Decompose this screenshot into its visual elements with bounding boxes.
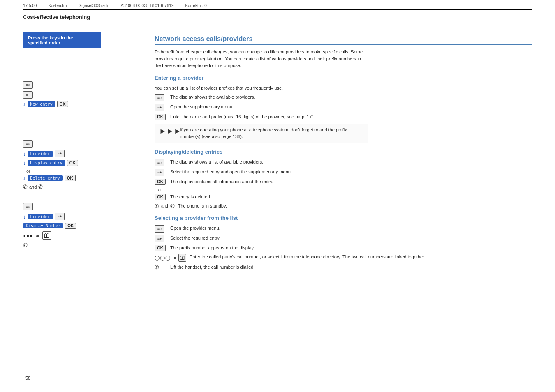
step-icon-sel5: ✆ bbox=[155, 264, 167, 270]
entering-subheading: Entering a provider bbox=[155, 75, 532, 82]
step-text-1: The display shows the available provider… bbox=[170, 94, 532, 101]
step-sel-5: ✆ Lift the handset, the call number is d… bbox=[155, 264, 532, 271]
header-product: Gigaset3035isdn bbox=[78, 3, 109, 8]
arrow-down-icon-4: ↓ bbox=[23, 175, 26, 181]
handset-icon-1: ✆ bbox=[23, 184, 28, 190]
selecting-subheading: Selecting a provider from the list bbox=[155, 215, 532, 222]
step-text-sel3: The prefix number appears on the display… bbox=[170, 244, 532, 251]
step-icon-ok1: OK bbox=[155, 113, 167, 120]
arrow-down-icon-5: ↓ bbox=[23, 214, 26, 220]
key-row-keypad: ∎∎∎ or 🕮 bbox=[23, 231, 143, 240]
provider-label-2: Provider bbox=[28, 214, 53, 219]
ok-disp3: OK bbox=[155, 179, 166, 185]
entering-left-icons: ≡○ ≡+ ↓ New entry OK bbox=[23, 81, 143, 107]
delete-entry-label: Delete entry bbox=[28, 175, 63, 181]
menu-plus-icon-3: ≡+ bbox=[55, 213, 65, 220]
intro-text: To benefit from cheaper call charges, yo… bbox=[155, 48, 368, 69]
or-label: or bbox=[158, 187, 532, 192]
step-disp-5: ✆ and ✆ The phone is in standby. bbox=[155, 203, 532, 210]
step-sel-2: ≡+ Select the required entry. bbox=[155, 235, 532, 242]
and-text: and bbox=[29, 184, 37, 189]
key-row-display-number: Display Number OK bbox=[23, 223, 143, 229]
display-entry-label: Display entry bbox=[28, 160, 65, 166]
displaying-subheading: Displaying/deleting entries bbox=[155, 149, 532, 156]
key-row-handset-lift: ✆ bbox=[23, 242, 143, 248]
ok-step3: OK bbox=[155, 114, 166, 120]
keypad-dots-icon: ◯◯◯ bbox=[155, 255, 171, 261]
handset-lift-icon: ✆ bbox=[23, 242, 28, 248]
menu-list-icon: ≡○ bbox=[23, 81, 33, 89]
section-title: Cost-effective telephoning bbox=[23, 14, 532, 22]
right-column: Network access calls/providers To benefi… bbox=[150, 28, 532, 272]
main-heading: Network access calls/providers bbox=[155, 35, 532, 45]
step-disp-4: OK The entry is deleted. bbox=[155, 194, 532, 201]
handset-lift: ✆ bbox=[155, 264, 159, 270]
key-row-delete-entry: ↓ Delete entry OK bbox=[23, 175, 143, 181]
step-text-disp3: The display contains all information abo… bbox=[170, 178, 532, 185]
ok-button-delete[interactable]: OK bbox=[65, 175, 76, 181]
step-entering-3: OK Enter the name and prefix (max. 16 di… bbox=[155, 113, 532, 120]
note-text: If you are operating your phone at a tel… bbox=[180, 127, 364, 140]
menu-icon-step2: ≡+ bbox=[155, 104, 164, 111]
header-code: A31008-G3035-B101-6-7619 bbox=[120, 3, 173, 8]
step-entering-2: ≡+ Open the supplementary menu. bbox=[155, 104, 532, 111]
header-bar: 17.5.00 Kosten.fm Gigaset3035isdn A31008… bbox=[23, 0, 532, 10]
menu-list-icon-2: ≡○ bbox=[23, 140, 33, 148]
phonebook-icon: 🕮 bbox=[178, 254, 186, 262]
step-icon-sel2: ≡+ bbox=[155, 235, 167, 242]
step-sel-1: ≡○ Open the provider menu. bbox=[155, 225, 532, 233]
blue-box-line2: specified order bbox=[28, 40, 96, 45]
step-icon-disp3: OK bbox=[155, 178, 167, 185]
arrow-down-icon-2: ↓ bbox=[23, 151, 26, 157]
arrow-down-icon: ↓ bbox=[23, 101, 26, 107]
menu-list-icon-3: ≡○ bbox=[23, 203, 33, 210]
ok-button-display-number[interactable]: OK bbox=[65, 223, 76, 229]
step-entering-1: ≡○ The display shows the available provi… bbox=[155, 94, 532, 101]
key-row-new-entry: ↓ New entry OK bbox=[23, 101, 143, 107]
key-row-handset-and: ✆ and ✆ bbox=[23, 184, 143, 190]
right-border bbox=[532, 0, 532, 392]
step-text-2: Open the supplementary menu. bbox=[170, 104, 532, 111]
step-text-sel5: Lift the handset, the call number is dia… bbox=[170, 264, 532, 271]
entering-intro: You can set up a list of provider prefix… bbox=[155, 85, 368, 92]
menu-icon-sel2: ≡+ bbox=[155, 235, 164, 242]
handset-end-disp5: ✆ bbox=[170, 203, 175, 209]
menu-icon-disp1: ≡○ bbox=[155, 159, 164, 166]
step-sel-3: OK The prefix number appears on the disp… bbox=[155, 244, 532, 251]
selecting-left-icons: ≡○ ↓ Provider ≡+ Display Number OK ∎∎∎ o… bbox=[23, 203, 143, 248]
book-icon: 🕮 bbox=[42, 231, 51, 240]
key-row-sel-menu1: ≡○ bbox=[23, 203, 143, 210]
key-row-provider1: ↓ Provider ≡+ bbox=[23, 150, 143, 157]
new-entry-label: New entry bbox=[28, 101, 56, 107]
key-row-menu2: ≡+ bbox=[23, 91, 143, 99]
or-text: or bbox=[26, 168, 143, 173]
ok-disp4: OK bbox=[155, 194, 166, 200]
header-correction: Korrektur: 0 bbox=[185, 3, 206, 8]
step-icon-disp5: ✆ and ✆ bbox=[155, 203, 175, 209]
blue-box: Press the keys in the specified order bbox=[23, 32, 101, 48]
step-icon-disp2: ≡+ bbox=[155, 168, 167, 176]
menu-icon-disp2: ≡+ bbox=[155, 169, 164, 176]
key-row-display-entry: ↓ Display entry OK bbox=[23, 160, 143, 166]
key-row-provider2: ↓ Provider ≡+ bbox=[23, 213, 143, 220]
step-disp-2: ≡+ Select the required entry and open th… bbox=[155, 168, 532, 176]
step-disp-3: OK The display contains all information … bbox=[155, 178, 532, 185]
header-file: Kosten.fm bbox=[48, 3, 67, 8]
handset-icon-disp5: ✆ bbox=[155, 203, 159, 209]
ok-button-new-entry[interactable]: OK bbox=[57, 101, 68, 107]
step-icon-disp4: OK bbox=[155, 194, 167, 200]
keypad-icon: ∎∎∎ bbox=[23, 233, 33, 238]
menu-plus-icon: ≡+ bbox=[23, 91, 33, 99]
provider-label-1: Provider bbox=[28, 151, 53, 157]
step-icon-menu1: ≡○ bbox=[155, 94, 167, 101]
arrow-down-icon-3: ↓ bbox=[23, 160, 26, 166]
step-text-disp2: Select the required entry and open the s… bbox=[170, 168, 532, 175]
step-icon-sel3: OK bbox=[155, 244, 167, 251]
main-layout: Press the keys in the specified order ≡○… bbox=[23, 28, 532, 272]
step-sel-4: ◯◯◯ or 🕮 Enter the called party's call n… bbox=[155, 254, 532, 262]
display-number-label: Display Number bbox=[23, 223, 63, 228]
step-text-3: Enter the name and prefix (max. 16 digit… bbox=[170, 113, 532, 120]
step-text-sel2: Select the required entry. bbox=[170, 235, 532, 242]
ok-sel3: OK bbox=[155, 245, 166, 251]
ok-button-display[interactable]: OK bbox=[67, 160, 78, 166]
